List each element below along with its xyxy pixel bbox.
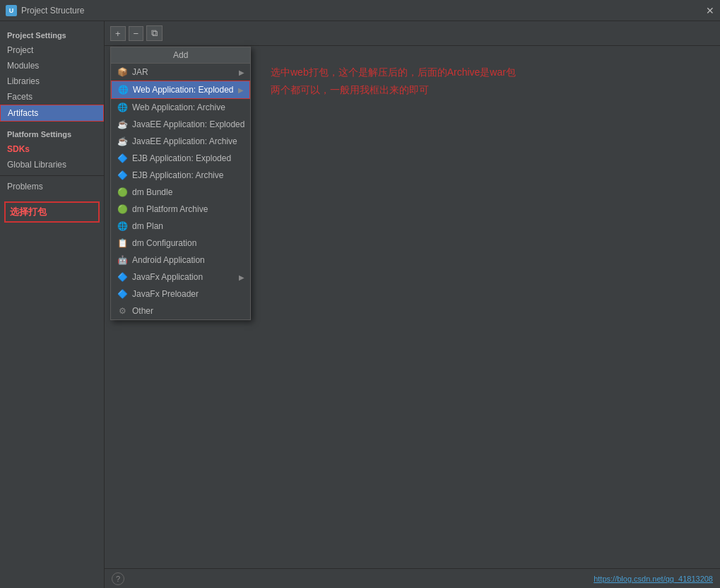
ejb-exploded-label: EJB Application: Exploded xyxy=(132,153,231,163)
project-settings-label: Project Settings xyxy=(0,27,104,42)
dropdown-item-other[interactable]: ⚙ Other xyxy=(111,302,250,319)
dm-plan-icon: 🌐 xyxy=(117,220,128,232)
dm-bundle-icon: 🟢 xyxy=(117,187,128,198)
android-icon: 🤖 xyxy=(117,254,128,266)
jar-icon: 📦 xyxy=(117,66,128,78)
jar-arrow: ▶ xyxy=(239,69,244,76)
ejb-exploded-icon: 🔷 xyxy=(117,153,128,164)
web-exploded-arrow: ▶ xyxy=(238,86,244,94)
annotation-label: 选择打包 xyxy=(4,201,100,223)
dropdown-item-jar[interactable]: 📦 JAR ▶ xyxy=(111,64,250,81)
dropdown-item-dm-bundle[interactable]: 🟢 dm Bundle xyxy=(111,184,250,201)
sidebar-item-modules[interactable]: Modules xyxy=(0,58,104,74)
javafx-preloader-icon: 🔷 xyxy=(117,288,128,300)
info-line2: 两个都可以，一般用我框出来的即可 xyxy=(271,81,692,99)
add-dropdown-menu: Add 📦 JAR ▶ 🌐 Web Application: Exploded … xyxy=(110,47,251,320)
dropdown-item-dm-config[interactable]: 📋 dm Configuration xyxy=(111,235,250,252)
copy-button[interactable]: ⧉ xyxy=(146,25,163,41)
dm-platform-icon: 🟢 xyxy=(117,204,128,215)
other-icon: ⚙ xyxy=(117,305,128,317)
info-line1: 选中web打包，这个是解压后的，后面的Archive是war包 xyxy=(271,64,692,81)
dropdown-item-javaee-exploded[interactable]: ☕ JavaEE Application: Exploded xyxy=(111,116,250,133)
dropdown-item-javaee-archive[interactable]: ☕ JavaEE Application: Archive xyxy=(111,133,250,150)
android-label: Android Application xyxy=(132,255,205,265)
dm-platform-label: dm Platform Archive xyxy=(132,204,208,214)
javafx-icon: 🔷 xyxy=(117,271,128,283)
sidebar-item-facets[interactable]: Facets xyxy=(0,89,104,105)
sidebar-item-sdks[interactable]: SDKs xyxy=(0,141,104,157)
main-layout: Project Settings Project Modules Librari… xyxy=(0,21,720,588)
web-exploded-label: Web Application: Exploded xyxy=(133,85,234,95)
sidebar-item-problems[interactable]: Problems xyxy=(0,179,104,194)
sidebar: Project Settings Project Modules Librari… xyxy=(0,21,105,588)
ejb-archive-icon: 🔷 xyxy=(117,170,128,181)
dropdown-item-javafx[interactable]: 🔷 JavaFx Application ▶ xyxy=(111,269,250,286)
javaee-archive-icon: ☕ xyxy=(117,136,128,147)
web-exploded-icon: 🌐 xyxy=(117,84,129,95)
help-button[interactable]: ? xyxy=(112,572,124,585)
dropdown-item-dm-plan[interactable]: 🌐 dm Plan xyxy=(111,218,250,235)
dm-config-icon: 📋 xyxy=(117,237,128,249)
javafx-preloader-label: JavaFx Preloader xyxy=(132,289,199,299)
javaee-exploded-icon: ☕ xyxy=(117,119,128,130)
bottom-bar: ? https://blog.csdn.net/qq_41813208 xyxy=(105,568,720,588)
content-toolbar: + − ⧉ xyxy=(105,21,720,46)
web-archive-icon: 🌐 xyxy=(117,102,128,113)
dm-plan-label: dm Plan xyxy=(132,221,163,231)
sidebar-item-artifacts[interactable]: Artifacts xyxy=(0,105,104,122)
sidebar-item-libraries[interactable]: Libraries xyxy=(0,74,104,89)
sidebar-item-global-libraries[interactable]: Global Libraries xyxy=(0,157,104,172)
dm-bundle-label: dm Bundle xyxy=(132,187,172,197)
web-archive-label: Web Application: Archive xyxy=(132,102,225,112)
sidebar-item-project[interactable]: Project xyxy=(0,42,104,58)
dropdown-item-android[interactable]: 🤖 Android Application xyxy=(111,252,250,269)
dropdown-item-javafx-preloader[interactable]: 🔷 JavaFx Preloader xyxy=(111,286,250,302)
app-icon: U xyxy=(6,5,17,16)
close-button[interactable]: ✕ xyxy=(706,5,714,16)
title-bar: U Project Structure ✕ xyxy=(0,0,720,21)
dropdown-item-ejb-exploded[interactable]: 🔷 EJB Application: Exploded xyxy=(111,150,250,167)
javafx-label: JavaFx Application xyxy=(132,272,203,282)
sdks-label: SDKs xyxy=(7,144,30,154)
dm-config-label: dm Configuration xyxy=(132,238,196,248)
content-area: + − ⧉ Add 📦 JAR ▶ 🌐 Web Application: Exp… xyxy=(105,21,720,588)
dropdown-item-web-archive[interactable]: 🌐 Web Application: Archive xyxy=(111,99,250,116)
title-bar-left: U Project Structure xyxy=(6,5,84,16)
sidebar-divider xyxy=(0,175,104,176)
platform-settings-label: Platform Settings xyxy=(0,126,104,141)
javaee-exploded-label: JavaEE Application: Exploded xyxy=(132,119,244,129)
javafx-arrow: ▶ xyxy=(239,274,244,281)
csdn-link[interactable]: https://blog.csdn.net/qq_41813208 xyxy=(594,575,713,583)
remove-button[interactable]: − xyxy=(129,26,144,41)
window-title: Project Structure xyxy=(21,6,84,16)
info-area: 选中web打包，这个是解压后的，后面的Archive是war包 两个都可以，一般… xyxy=(256,49,706,113)
ejb-archive-label: EJB Application: Archive xyxy=(132,170,223,180)
dropdown-item-ejb-archive[interactable]: 🔷 EJB Application: Archive xyxy=(111,167,250,184)
jar-label: JAR xyxy=(132,67,148,77)
dropdown-item-dm-platform[interactable]: 🟢 dm Platform Archive xyxy=(111,201,250,218)
add-button[interactable]: + xyxy=(110,26,126,41)
javaee-archive-label: JavaEE Application: Archive xyxy=(132,136,237,146)
dropdown-item-web-exploded[interactable]: 🌐 Web Application: Exploded ▶ xyxy=(111,81,250,99)
other-label: Other xyxy=(132,306,153,316)
dropdown-header: Add xyxy=(111,47,250,64)
